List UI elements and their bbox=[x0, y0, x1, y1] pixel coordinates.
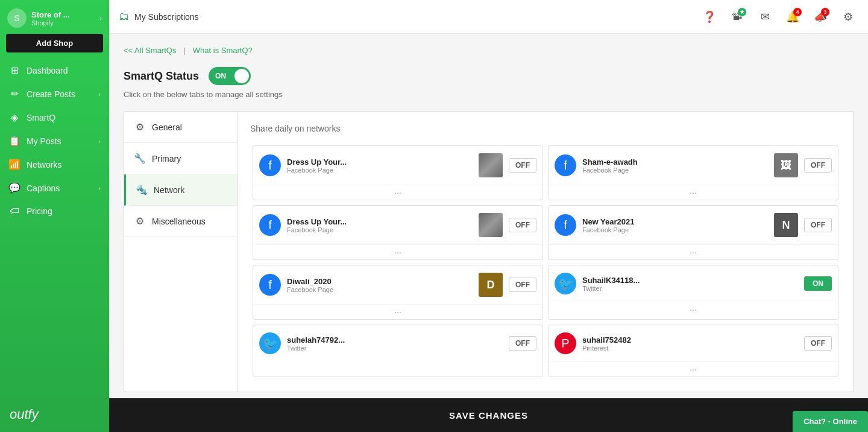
smartq-status-row: SmartQ Status ON bbox=[124, 67, 854, 85]
card-name: Dress Up Your... bbox=[287, 157, 473, 167]
network-toggle-button[interactable]: OFF bbox=[804, 158, 832, 173]
tab-general[interactable]: ⚙ General bbox=[124, 112, 237, 143]
dashboard-icon: ⊞ bbox=[8, 65, 20, 76]
card-thumbnail bbox=[479, 213, 503, 237]
add-shop-button[interactable]: Add Shop bbox=[6, 34, 103, 52]
network-card: 🐦 SuhailK34118... Twitter ON ··· bbox=[548, 265, 838, 320]
breadcrumb-separator: | bbox=[183, 46, 185, 55]
network-icon: 🔩 bbox=[136, 184, 148, 195]
card-name: Diwali_2020 bbox=[287, 277, 473, 286]
save-button[interactable]: SAVE CHANGES bbox=[449, 410, 528, 421]
network-toggle-button[interactable]: ON bbox=[804, 276, 832, 291]
network-section-title: Share daily on networks bbox=[250, 124, 841, 133]
card-type: Facebook Page bbox=[582, 167, 768, 174]
messages-icon[interactable]: ✉ bbox=[755, 7, 775, 27]
network-toggle-button[interactable]: OFF bbox=[804, 218, 832, 232]
my-posts-icon: 📋 bbox=[8, 135, 20, 147]
network-toggle-button[interactable]: OFF bbox=[509, 278, 536, 292]
smartq-icon: ◈ bbox=[8, 112, 20, 123]
chevron-right-icon: › bbox=[98, 185, 101, 192]
tab-misc-label: Miscellaneous bbox=[152, 217, 206, 226]
store-avatar: S bbox=[7, 8, 27, 28]
network-card: f Diwali_2020 Facebook Page D OFF ··· bbox=[253, 265, 543, 320]
sidebar-item-my-posts[interactable]: 📋 My Posts › bbox=[0, 129, 109, 153]
sidebar: S Store of ... Shopify › Add Shop ⊞ Dash… bbox=[0, 0, 109, 432]
sidebar-item-networks[interactable]: 📶 Networks bbox=[0, 153, 109, 176]
settings-icon[interactable]: ⚙ bbox=[838, 7, 858, 27]
network-toggle-button[interactable]: OFF bbox=[509, 218, 536, 232]
card-name: SuhailK34118... bbox=[582, 276, 798, 285]
toggle-knob bbox=[234, 69, 249, 83]
facebook-logo: f bbox=[259, 274, 281, 296]
smartq-status-label: SmartQ Status bbox=[124, 70, 199, 83]
card-info: suhail752482 Pinterest bbox=[582, 335, 798, 352]
card-thumbnail: 🖼 bbox=[774, 153, 798, 177]
page-content: << All SmartQs | What is SmartQ? SmartQ … bbox=[109, 34, 868, 398]
smartq-toggle[interactable]: ON bbox=[209, 67, 251, 85]
captions-icon: 💬 bbox=[8, 182, 20, 194]
card-info: suhelah74792... Twitter bbox=[287, 335, 503, 352]
card-type: Twitter bbox=[287, 345, 503, 352]
card-type: Pinterest bbox=[582, 345, 798, 352]
sidebar-item-captions[interactable]: 💬 Captions › bbox=[0, 176, 109, 200]
sidebar-item-label: Captions bbox=[27, 183, 92, 193]
save-bar: SAVE CHANGES bbox=[109, 398, 868, 432]
settings-layout: ⚙ General 🔧 Primary 🔩 Network ⚙ Miscella… bbox=[124, 111, 854, 392]
tab-network[interactable]: 🔩 Network bbox=[124, 174, 237, 206]
card-dots: ··· bbox=[253, 304, 542, 319]
network-content: Share daily on networks f Dress Up Your.… bbox=[238, 111, 854, 392]
hint-text: Click on the below tabs to manage all se… bbox=[124, 90, 854, 99]
megaphone-badge: 3 bbox=[821, 8, 829, 16]
network-card: f Dress Up Your... Facebook Page OFF ··· bbox=[253, 205, 543, 260]
network-grid: f Dress Up Your... Facebook Page OFF ··· bbox=[250, 143, 841, 380]
network-card: f Dress Up Your... Facebook Page OFF ··· bbox=[253, 145, 543, 200]
network-card: 🐦 suhelah74792... Twitter OFF bbox=[253, 325, 543, 377]
twitter-logo: 🐦 bbox=[259, 332, 281, 354]
network-toggle-button[interactable]: OFF bbox=[509, 336, 536, 351]
card-thumbnail: D bbox=[479, 273, 503, 297]
card-type: Facebook Page bbox=[287, 286, 473, 293]
tab-miscellaneous[interactable]: ⚙ Miscellaneous bbox=[124, 206, 237, 237]
card-type: Facebook Page bbox=[287, 167, 473, 174]
video-icon[interactable]: 📽 ★ bbox=[727, 7, 747, 27]
card-type: Facebook Page bbox=[582, 226, 768, 233]
sidebar-item-smartq[interactable]: ◈ SmartQ bbox=[0, 106, 109, 129]
network-card: f New Year2021 Facebook Page N OFF ··· bbox=[548, 205, 838, 260]
network-toggle-button[interactable]: OFF bbox=[509, 158, 536, 173]
subscription-icon: 🗂 bbox=[119, 10, 130, 23]
network-card: P suhail752482 Pinterest OFF ··· bbox=[548, 325, 838, 377]
back-link[interactable]: << All SmartQs bbox=[124, 46, 176, 55]
sidebar-item-dashboard[interactable]: ⊞ Dashboard bbox=[0, 59, 109, 82]
pricing-icon: 🏷 bbox=[8, 206, 20, 217]
create-posts-icon: ✏ bbox=[8, 88, 20, 100]
chat-widget[interactable]: Chat? - Online bbox=[793, 411, 868, 432]
topbar: 🗂 My Subscriptions ❓ 📽 ★ ✉ 🔔 4 📣 3 ⚙ bbox=[109, 0, 868, 34]
card-info: Sham-e-awadh Facebook Page bbox=[582, 157, 768, 174]
chevron-right-icon: › bbox=[98, 138, 101, 145]
store-info: Store of ... Shopify bbox=[31, 10, 95, 27]
notifications-badge: 4 bbox=[793, 8, 802, 16]
card-name: suhail752482 bbox=[582, 335, 798, 345]
card-thumbnail bbox=[479, 153, 503, 177]
network-toggle-button[interactable]: OFF bbox=[804, 336, 832, 351]
toggle-text: ON bbox=[215, 72, 226, 80]
megaphone-icon[interactable]: 📣 3 bbox=[810, 7, 831, 27]
main-content: 🗂 My Subscriptions ❓ 📽 ★ ✉ 🔔 4 📣 3 ⚙ << … bbox=[109, 0, 868, 432]
chevron-icon: › bbox=[99, 14, 102, 22]
sidebar-item-pricing[interactable]: 🏷 Pricing bbox=[0, 200, 109, 223]
video-badge: ★ bbox=[738, 8, 746, 16]
store-platform: Shopify bbox=[31, 19, 95, 27]
card-info: Dress Up Your... Facebook Page bbox=[287, 217, 473, 233]
tab-primary[interactable]: 🔧 Primary bbox=[124, 143, 237, 174]
sidebar-item-create-posts[interactable]: ✏ Create Posts › bbox=[0, 82, 109, 106]
tab-primary-label: Primary bbox=[152, 154, 181, 164]
info-link[interactable]: What is SmartQ? bbox=[193, 46, 253, 55]
card-info: New Year2021 Facebook Page bbox=[582, 217, 768, 233]
facebook-logo: f bbox=[555, 154, 576, 176]
card-dots: ··· bbox=[549, 244, 838, 259]
subscription-label: 🗂 My Subscriptions bbox=[119, 10, 199, 23]
help-icon[interactable]: ❓ bbox=[699, 7, 720, 27]
notifications-icon[interactable]: 🔔 4 bbox=[782, 7, 803, 27]
card-info: Dress Up Your... Facebook Page bbox=[287, 157, 473, 174]
sidebar-item-label: Create Posts bbox=[27, 89, 92, 99]
